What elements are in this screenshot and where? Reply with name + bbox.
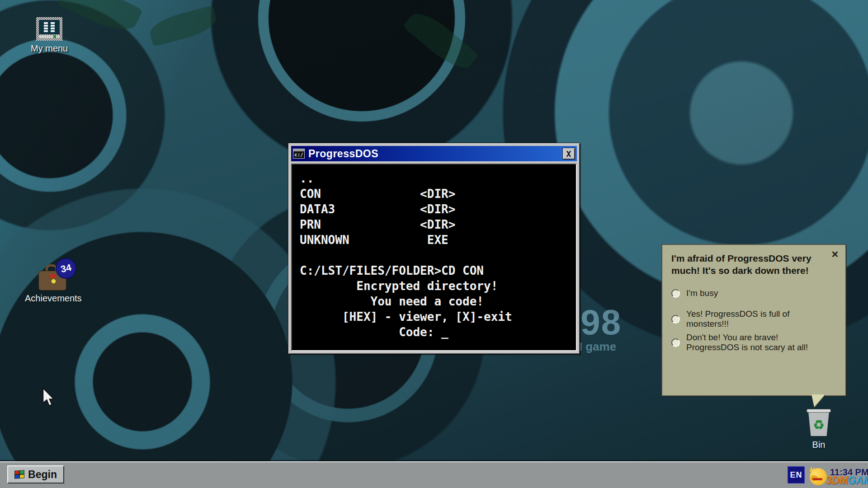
terminal-text: .. CON <DIR> DATA3 <DIR> PRN <DIR> UNKNO… [292, 164, 576, 340]
assistant-speech-bubble: I'm afraid of ProgressDOS very much! It'… [661, 244, 846, 396]
dos-terminal[interactable]: .. CON <DIR> DATA3 <DIR> PRN <DIR> UNKNO… [291, 164, 577, 351]
window-titlebar[interactable]: c:/ ProgressDOS X [291, 146, 577, 161]
watermark-part2: GAME [848, 474, 868, 486]
my-menu-label: My menu [31, 43, 68, 54]
desktop-icon-bin[interactable]: ♻ Bin [806, 408, 832, 450]
option-im-busy[interactable]: I'm busy [671, 288, 828, 298]
option-not-scary[interactable]: Don't be! You are brave! ProgressDOS is … [671, 333, 828, 352]
speech-bubble-tail [811, 394, 825, 407]
window-title: ProgressDOS [308, 148, 562, 160]
achievements-icon: 34 [38, 264, 68, 291]
bubble-message: I'm afraid of ProgressDOS very much! It'… [671, 252, 814, 277]
bubble-options: I'm busy Yes! ProgressDOS is full of mon… [671, 288, 828, 352]
bin-label: Bin [812, 440, 826, 450]
screen: r98 UI game My menu 34 Achievements ♻ Bi… [0, 0, 868, 488]
radio-button[interactable] [671, 289, 680, 298]
language-indicator[interactable]: EN [788, 466, 805, 483]
begin-flag-icon [14, 470, 24, 479]
achievements-label: Achievements [25, 293, 82, 304]
foliage-decoration [403, 5, 479, 75]
recycle-bin-icon: ♻ [806, 408, 832, 437]
begin-button-label: Begin [28, 469, 57, 481]
arrow-cursor-icon [42, 388, 55, 407]
radio-button[interactable] [671, 315, 680, 324]
foliage-decoration [56, 0, 143, 38]
my-menu-icon [36, 17, 62, 41]
recycle-symbol: ♻ [813, 419, 824, 432]
radio-button[interactable] [671, 338, 680, 347]
desktop-icon-my-menu[interactable]: My menu [31, 17, 68, 54]
foliage-decoration [147, 5, 219, 47]
begin-button[interactable]: Begin [7, 465, 64, 483]
chick-tray-icon[interactable] [809, 467, 828, 486]
option-label: Yes! ProgressDOS is full of monsters!!! [686, 309, 820, 329]
close-button[interactable]: X [562, 148, 575, 160]
option-full-of-monsters[interactable]: Yes! ProgressDOS is full of monsters!!! [671, 309, 828, 329]
option-label: Don't be! You are brave! ProgressDOS is … [686, 333, 820, 352]
watermark-part1: 3DM [826, 474, 848, 486]
progressdos-window: c:/ ProgressDOS X .. CON <DIR> DATA3 <DI… [288, 143, 580, 354]
option-label: I'm busy [686, 288, 820, 298]
taskbar: Begin EN 11:34 PM [0, 461, 868, 488]
watermark: 3DMGAME [826, 474, 868, 487]
msdos-icon: c:/ [293, 149, 305, 159]
bubble-close-icon[interactable]: ✕ [830, 249, 840, 259]
desktop-icon-achievements[interactable]: 34 Achievements [25, 264, 82, 304]
mouse-cursor [42, 388, 55, 408]
